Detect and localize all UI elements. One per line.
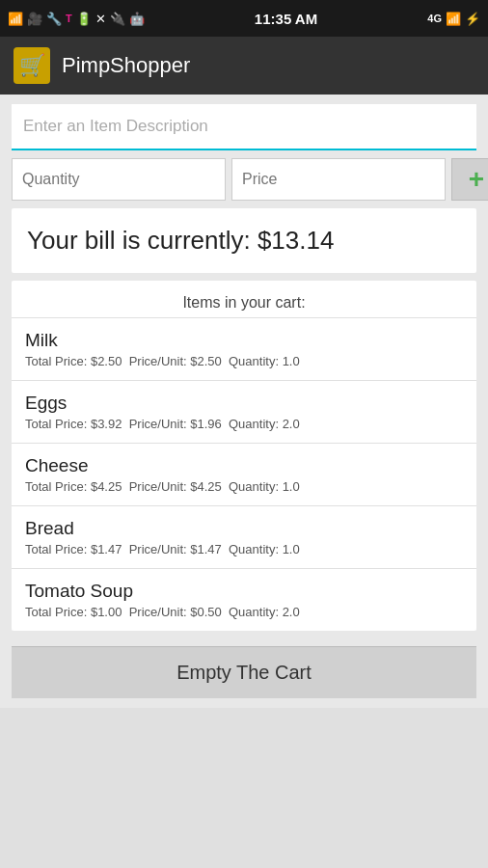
tools-icon: 🔧 <box>46 12 62 26</box>
cart-item-eggs-name: Eggs <box>25 393 463 414</box>
4g-icon: 4G <box>427 13 442 24</box>
bill-amount-text: Your bill is currently: $13.14 <box>27 226 334 255</box>
cart-item-cheese-details: Total Price: $4.25 Price/Unit: $4.25 Qua… <box>25 479 463 494</box>
cart-item-tomato-soup: Tomato Soup Total Price: $1.00 Price/Uni… <box>12 568 476 631</box>
cart-item-cheese-name: Cheese <box>25 455 463 476</box>
content-area: + Your bill is currently: $13.14 Items i… <box>0 95 488 708</box>
cart-section: Items in your cart: Milk Total Price: $2… <box>12 281 476 631</box>
add-item-button[interactable]: + <box>451 158 488 201</box>
status-icons-left: 📶 🎥 🔧 T 🔋 ✕ 🔌 🤖 <box>8 12 145 26</box>
status-icons-right: 4G 📶 ⚡ <box>427 12 480 26</box>
cart-item-tomato-soup-details: Total Price: $1.00 Price/Unit: $0.50 Qua… <box>25 605 463 619</box>
wifi-icon: 📶 <box>8 12 23 26</box>
cart-header: Items in your cart: <box>12 281 476 317</box>
cart-item-eggs: Eggs Total Price: $3.92 Price/Unit: $1.9… <box>12 380 476 443</box>
quantity-input[interactable] <box>12 158 226 201</box>
cart-item-bread: Bread Total Price: $1.47 Price/Unit: $1.… <box>12 505 476 568</box>
usb-icon: 🔌 <box>110 12 125 26</box>
bill-card: Your bill is currently: $13.14 <box>12 208 476 273</box>
battery-100-icon: 🔋 <box>76 12 92 26</box>
empty-cart-button[interactable]: Empty The Cart <box>12 646 476 698</box>
cart-item-eggs-details: Total Price: $3.92 Price/Unit: $1.96 Qua… <box>25 417 463 431</box>
price-input[interactable] <box>231 158 446 201</box>
cart-item-milk-details: Total Price: $2.50 Price/Unit: $2.50 Qua… <box>25 354 463 368</box>
app-bar: 🛒 PimpShopper <box>0 37 488 95</box>
android-icon: 🤖 <box>129 12 145 26</box>
status-time: 11:35 AM <box>255 11 317 27</box>
cart-item-bread-details: Total Price: $1.47 Price/Unit: $1.47 Qua… <box>25 542 463 556</box>
cart-item-milk: Milk Total Price: $2.50 Price/Unit: $2.5… <box>12 317 476 380</box>
quantity-price-row: + <box>12 158 476 201</box>
signal-off-icon: ✕ <box>95 12 106 26</box>
status-bar: 📶 🎥 🔧 T 🔋 ✕ 🔌 🤖 11:35 AM 4G 📶 ⚡ <box>0 0 488 37</box>
cart-item-tomato-soup-name: Tomato Soup <box>25 581 463 602</box>
binoculars-icon: 🎥 <box>27 12 42 26</box>
plus-icon: + <box>469 166 484 193</box>
signal-strength-icon: 📶 <box>446 12 461 26</box>
app-icon: 🛒 <box>14 47 50 84</box>
tmobile-icon: T <box>66 13 72 24</box>
cart-item-milk-name: Milk <box>25 330 463 351</box>
cart-item-bread-name: Bread <box>25 518 463 539</box>
item-description-input[interactable] <box>12 104 476 150</box>
app-title: PimpShopper <box>62 53 190 78</box>
cart-item-cheese: Cheese Total Price: $4.25 Price/Unit: $4… <box>12 443 476 505</box>
battery-icon: ⚡ <box>465 12 480 26</box>
